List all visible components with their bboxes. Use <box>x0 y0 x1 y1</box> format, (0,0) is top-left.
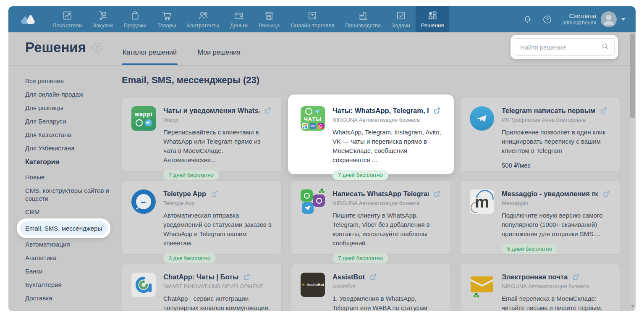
instagram-icon <box>318 123 324 129</box>
sidebar-item-analytics[interactable]: Аналитика <box>25 254 114 262</box>
online-store-icon <box>307 10 318 21</box>
sidebar-item-kazakhstan[interactable]: Для Казахстана <box>25 131 114 139</box>
search-box[interactable] <box>514 38 615 56</box>
external-link-icon[interactable] <box>599 106 608 115</box>
telegram-icon <box>314 109 320 114</box>
chevron-down-icon <box>621 18 626 21</box>
store-icon <box>264 10 275 21</box>
nav-item-money[interactable]: Деньги <box>225 6 253 32</box>
nav-item-purchases[interactable]: Закупки <box>87 6 118 32</box>
card-description: Подключите новую версию самого популярно… <box>502 211 610 239</box>
search-icon[interactable] <box>601 42 609 52</box>
vertical-scrollbar[interactable] <box>630 33 635 311</box>
sidebar-item-belarus[interactable]: Для Беларуси <box>25 117 114 125</box>
nirguna-plant-icon <box>319 189 325 194</box>
scrollbar-down-arrow-icon[interactable] <box>631 305 634 307</box>
sidebar-item-uzbekistan[interactable]: Для Узбекистана <box>25 144 114 152</box>
external-link-icon[interactable] <box>264 106 272 115</box>
card-title: ChatApp: Чаты | Боты <box>163 273 238 281</box>
solution-card-email[interactable]: Электронная почта NIRGUNA Автоматизация … <box>460 264 620 311</box>
card-title: Чаты: WhatsApp, Telegram, Ins... <box>332 107 429 115</box>
sidebar-item-retail[interactable]: Для розницы <box>25 104 114 112</box>
title-help-icon[interactable]: ? <box>92 43 102 53</box>
solution-card-chatapp[interactable]: ChatApp: Чаты | Боты SMART INNOVATIONS D… <box>122 264 282 311</box>
scrollbar-thumb[interactable] <box>630 34 635 118</box>
sidebar-item-accounting[interactable]: Бухгалтерия <box>25 281 114 289</box>
screenshot-frame: Показатели Закупки Продажи Товары Контра… <box>0 0 644 318</box>
tab-my-solutions[interactable]: Мои решения <box>197 49 241 65</box>
avito-icon <box>302 123 308 129</box>
sidebar-item-automation[interactable]: Автоматизация <box>25 240 114 248</box>
solution-card-chaty-highlighted[interactable]: ЧАТЫ VK Чаты: WhatsApp, Telegram, Ins...… <box>291 97 451 171</box>
solution-card-messaggio[interactable]: m Messaggio - уведомления по ... Messagg… <box>460 181 620 255</box>
sidebar-item-all-solutions[interactable]: Все решения <box>25 77 114 85</box>
card-title: AssistBot <box>332 273 365 281</box>
category-heading: Email, SMS, мессенджеры (23) <box>122 75 259 86</box>
solutions-grid-gear-icon <box>427 10 438 21</box>
sidebar-item-banks[interactable]: Банки <box>25 267 114 275</box>
envelope-icon <box>471 276 493 292</box>
help-icon[interactable] <box>542 15 552 24</box>
nav-item-counterparties[interactable]: Контрагенты <box>181 6 225 32</box>
external-link-icon[interactable] <box>433 106 441 115</box>
avatar[interactable] <box>601 11 617 27</box>
search-input[interactable] <box>519 43 601 51</box>
trial-badge: 7 дней бесплатно <box>163 170 219 180</box>
card-vendor: NIRGUNA Автоматизация бизнеса <box>332 117 441 123</box>
solution-card-teletype[interactable]: Teletype App Teletype App Автоматическая… <box>122 181 282 255</box>
external-link-icon[interactable] <box>369 273 377 281</box>
card-title: Messaggio - уведомления по ... <box>502 190 598 198</box>
sidebar-item-email-sms-messengers[interactable]: Email, SMS, мессенджеры <box>20 221 107 235</box>
external-link-icon[interactable] <box>572 273 580 281</box>
sidebar-item-delivery[interactable]: Доставка <box>25 294 114 302</box>
card-description: Пишите клиенту в WhatsApp, Telegram, Vib… <box>332 211 441 248</box>
bag-icon <box>130 10 141 21</box>
solution-card-wappi[interactable]: wappi Чаты и уведомления WhatsAp... Wapp… <box>122 97 282 171</box>
card-description: WhatsApp, Telegram, Instagram, Avito, VK… <box>332 128 441 165</box>
sidebar-item-cms[interactable]: CMS, конструкторы сайтов и соцсети <box>25 187 114 202</box>
notifications-bell-icon[interactable] <box>523 15 532 24</box>
nav-item-tasks[interactable]: Задачи <box>386 6 416 32</box>
checkbox-icon <box>395 10 406 21</box>
card-description: Переписывайтесь с клиентами в WhatsApp и… <box>163 128 272 165</box>
card-vendor: AssistBot <box>332 283 441 289</box>
nav-item-indicators[interactable]: Показатели <box>47 6 87 32</box>
trial-badge: 7 дней бесплатно <box>332 170 388 180</box>
top-nav: Показатели Закупки Продажи Товары Контра… <box>8 6 636 32</box>
wallet-icon <box>233 10 244 21</box>
external-link-icon[interactable] <box>210 189 219 198</box>
tab-solutions-catalog[interactable]: Каталог решений <box>122 49 178 65</box>
sidebar-item-crm[interactable]: CRM <box>25 208 114 216</box>
card-description: Автоматическая отправка уведомлений со с… <box>163 211 272 248</box>
whatsapp-icon <box>136 119 143 126</box>
page-header: Решения ? Каталог решений Мои решения <box>8 32 636 66</box>
sidebar-item-online-sales[interactable]: Для онлайн-продаж <box>25 90 114 98</box>
external-link-icon[interactable] <box>243 273 251 281</box>
external-link-icon[interactable] <box>602 189 610 198</box>
lightning-icon <box>301 282 305 288</box>
nav-item-solutions[interactable]: Решения <box>416 6 449 32</box>
card-vendor: NIRGUNA Автоматизация бизнеса <box>332 200 441 206</box>
card-title: Электронная почта <box>502 273 568 281</box>
nav-item-sales[interactable]: Продажи <box>118 6 152 32</box>
external-link-icon[interactable] <box>433 189 441 198</box>
sidebar-item-new[interactable]: Новые <box>25 173 114 181</box>
viber-icon <box>313 194 325 207</box>
user-menu[interactable]: Светлана admin@heumi <box>562 11 626 27</box>
solution-card-assistbot[interactable]: AssistBot AssistBot AssistBot 1. Уведомл… <box>291 264 451 311</box>
logo-shape-white <box>26 15 34 24</box>
card-title: Telegram написать первым <box>502 107 595 115</box>
whatsapp-icon <box>305 108 312 115</box>
nav-item-online-commerce[interactable]: Онлайн-торговля <box>285 6 340 32</box>
moysklad-logo[interactable] <box>8 6 47 32</box>
nav-item-retail[interactable]: Розница <box>253 6 285 32</box>
trial-badge: 7 дней бесплатно <box>332 253 388 263</box>
price-label: 500 ₽/мес <box>502 162 610 169</box>
solution-card-telegram-first[interactable]: Telegram написать первым ИП Трофимова Ан… <box>460 97 620 171</box>
nav-item-production[interactable]: Производство <box>340 6 386 32</box>
chatapp-logo <box>131 273 156 297</box>
solution-card-write-wa-tg[interactable]: Написать WhatsApp Telegram ... NIRGUNA А… <box>291 181 451 255</box>
nav-item-goods[interactable]: Товары <box>152 6 182 32</box>
card-title: Написать WhatsApp Telegram ... <box>332 190 429 198</box>
telegram-icon <box>145 119 152 126</box>
